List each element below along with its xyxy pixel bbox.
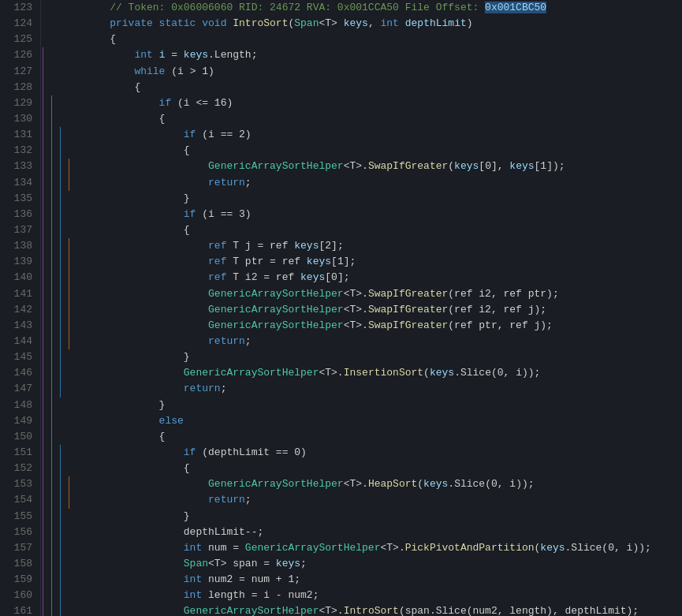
code-line: { [85, 32, 682, 47]
line-number: 152 [0, 461, 32, 476]
line-number: 157 [0, 540, 32, 556]
code-line: return; [85, 381, 682, 397]
code-line: int num2 = num + 1; [85, 572, 682, 588]
code-line: return; [85, 334, 682, 349]
line-number: 143 [0, 318, 32, 334]
line-number: 128 [0, 80, 32, 95]
line-number: 124 [0, 16, 32, 32]
code-line: depthLimit--; [85, 525, 682, 540]
line-number: 133 [0, 159, 32, 174]
code-editor: 1231241251261271281291301311321331341351… [0, 0, 682, 616]
code-line: GenericArraySortHelper<T>.HeapSort(keys.… [85, 476, 682, 492]
code-line: if (i <= 16) [85, 95, 682, 111]
code-line: return; [85, 492, 682, 508]
code-line: GenericArraySortHelper<T>.SwapIfGreater(… [85, 159, 682, 174]
code-line: ref T i2 = ref keys[0]; [85, 270, 682, 286]
line-number: 148 [0, 398, 32, 413]
line-number: 134 [0, 175, 32, 191]
line-number: 151 [0, 445, 32, 461]
code-line: int length = i - num2; [85, 588, 682, 603]
code-line: return; [85, 175, 682, 191]
code-line: GenericArraySortHelper<T>.IntroSort(span… [85, 603, 682, 616]
code-line: if (i == 3) [85, 207, 682, 222]
line-number: 159 [0, 572, 32, 588]
code-line: if (depthLimit == 0) [85, 445, 682, 461]
code-line: int num = GenericArraySortHelper<T>.Pick… [85, 540, 682, 556]
line-number: 144 [0, 334, 32, 349]
line-number: 130 [0, 111, 32, 127]
code-line: else [85, 413, 682, 429]
line-number: 141 [0, 286, 32, 302]
code-line: ref T j = ref keys[2]; [85, 238, 682, 254]
code-line: } [85, 349, 682, 365]
code-line: } [85, 398, 682, 413]
code-line: } [85, 509, 682, 525]
code-line: { [85, 222, 682, 238]
code-line: { [85, 80, 682, 95]
line-number-column: 1231241251261271281291301311321331341351… [0, 0, 41, 616]
code-line: { [85, 143, 682, 159]
code-line: ref T ptr = ref keys[1]; [85, 254, 682, 270]
line-number: 137 [0, 222, 32, 238]
line-number: 161 [0, 603, 32, 616]
line-number: 123 [0, 0, 32, 16]
line-number: 145 [0, 349, 32, 365]
line-number: 129 [0, 95, 32, 111]
code-line: private static void IntroSort(Span<T> ke… [85, 16, 682, 32]
code-line: { [85, 111, 682, 127]
line-number: 156 [0, 525, 32, 540]
code-line: if (i == 2) [85, 127, 682, 143]
line-number: 140 [0, 270, 32, 286]
code-line: { [85, 429, 682, 445]
code-line: GenericArraySortHelper<T>.InsertionSort(… [85, 365, 682, 381]
line-number: 149 [0, 413, 32, 429]
code-line: { [85, 461, 682, 476]
code-line: } [85, 191, 682, 207]
line-number: 158 [0, 556, 32, 572]
line-number: 135 [0, 191, 32, 207]
line-number: 154 [0, 492, 32, 508]
line-number: 139 [0, 254, 32, 270]
line-number: 132 [0, 143, 32, 159]
code-line: GenericArraySortHelper<T>.SwapIfGreater(… [85, 286, 682, 302]
line-number: 127 [0, 64, 32, 80]
code-line: GenericArraySortHelper<T>.SwapIfGreater(… [85, 318, 682, 334]
line-number: 155 [0, 509, 32, 525]
line-number: 131 [0, 127, 32, 143]
line-number: 125 [0, 32, 32, 47]
line-number: 153 [0, 476, 32, 492]
code-line: GenericArraySortHelper<T>.SwapIfGreater(… [85, 302, 682, 318]
line-number: 146 [0, 365, 32, 381]
line-number: 150 [0, 429, 32, 445]
line-number: 136 [0, 207, 32, 222]
line-number: 160 [0, 588, 32, 603]
code-line: int i = keys.Length; [85, 47, 682, 63]
line-number: 126 [0, 47, 32, 63]
line-number: 142 [0, 302, 32, 318]
code-line: Span<T> span = keys; [85, 556, 682, 572]
code-line: // Token: 0x06006060 RID: 24672 RVA: 0x0… [85, 0, 682, 16]
code-line: while (i > 1) [85, 64, 682, 80]
line-number: 138 [0, 238, 32, 254]
line-number: 147 [0, 381, 32, 397]
